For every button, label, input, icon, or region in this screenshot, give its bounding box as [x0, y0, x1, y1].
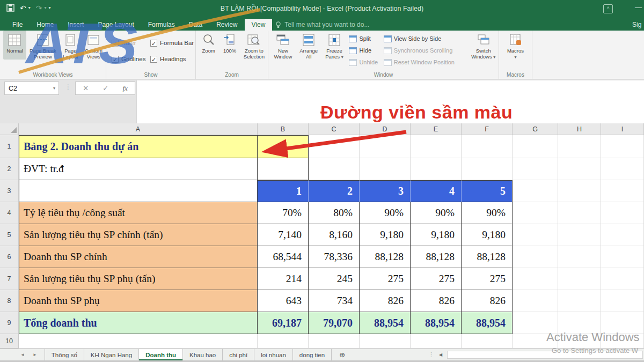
- cell-D2[interactable]: [360, 158, 411, 180]
- tell-me-box[interactable]: Tell me what you want to do...: [275, 19, 369, 31]
- cell-C6[interactable]: 78,336: [309, 246, 360, 268]
- row-header-9[interactable]: 9: [0, 312, 19, 334]
- cell-G8[interactable]: [513, 290, 558, 312]
- sheet-nav-left-icon[interactable]: ◄: [20, 352, 25, 357]
- cell-E8[interactable]: 826: [411, 290, 462, 312]
- enter-icon[interactable]: ✓: [103, 84, 108, 92]
- cell-G2[interactable]: [513, 158, 558, 180]
- cell-B9[interactable]: 69,187: [258, 312, 309, 334]
- zoom-to-selection-button[interactable]: Zoom to Selection: [240, 31, 268, 60]
- ribbon-tab-insert[interactable]: Insert: [61, 19, 91, 31]
- button-hide[interactable]: Hide: [349, 45, 379, 56]
- row-header-10[interactable]: 10: [0, 334, 19, 349]
- arrange-all-button[interactable]: Arrange All: [296, 31, 322, 68]
- cell-A5[interactable]: Sản lượng tiêu thụ SP chính (tấn): [19, 224, 258, 246]
- cell-E2[interactable]: [411, 158, 462, 180]
- cell-F7[interactable]: 275: [462, 268, 513, 290]
- column-header-e[interactable]: E: [411, 123, 462, 135]
- cell-H10[interactable]: [558, 334, 601, 349]
- cell-E10[interactable]: [411, 334, 462, 349]
- row-header-4[interactable]: 4: [0, 202, 19, 224]
- switch-windows-button[interactable]: Switch Windows ▾: [468, 31, 499, 68]
- cell-C10[interactable]: [309, 334, 360, 349]
- ribbon-tab-page-layout[interactable]: Page Layout: [91, 19, 141, 31]
- checkbox-gridlines[interactable]: ✓Gridlines: [112, 53, 150, 65]
- cell-H1[interactable]: [558, 135, 601, 158]
- scrollbar-track[interactable]: [447, 351, 643, 359]
- button-synchronous-scrolling[interactable]: Synchronous Scrolling: [384, 45, 467, 56]
- macros-button[interactable]: Macros▾: [502, 31, 530, 60]
- cell-D5[interactable]: 9,180: [360, 224, 411, 246]
- cell-C9[interactable]: 79,070: [309, 312, 360, 334]
- cell-E6[interactable]: 88,128: [411, 246, 462, 268]
- cell-F1[interactable]: [462, 135, 513, 158]
- cell-G7[interactable]: [513, 268, 558, 290]
- ribbon-tab-view[interactable]: View: [245, 19, 273, 31]
- cell-A1[interactable]: Bảng 2. Doanh thu dự án: [19, 135, 258, 158]
- cell-E4[interactable]: 90%: [411, 202, 462, 224]
- cell-E5[interactable]: 9,180: [411, 224, 462, 246]
- cell-I4[interactable]: [601, 202, 644, 224]
- cell-G6[interactable]: [513, 246, 558, 268]
- column-header-i[interactable]: I: [601, 123, 644, 135]
- cell-I1[interactable]: [601, 135, 644, 158]
- cell-C2[interactable]: [309, 158, 360, 180]
- cell-I9[interactable]: [601, 312, 644, 334]
- row-header-1[interactable]: 1: [0, 135, 19, 158]
- cell-B2[interactable]: [258, 158, 309, 180]
- cell-B1[interactable]: [258, 135, 309, 158]
- button-view-side-by-side[interactable]: View Side by Side: [384, 33, 467, 45]
- cell-B8[interactable]: 643: [258, 290, 309, 312]
- row-header-2[interactable]: 2: [0, 158, 19, 180]
- cell-E3[interactable]: 4: [411, 180, 462, 202]
- cell-I8[interactable]: [601, 290, 644, 312]
- sheet-tab-kh-ngan-hang[interactable]: KH Ngan Hang: [84, 349, 139, 360]
- cell-D4[interactable]: 90%: [360, 202, 411, 224]
- cell-E1[interactable]: [411, 135, 462, 158]
- cell-F9[interactable]: 88,954: [462, 312, 513, 334]
- normal-view-button[interactable]: Normal: [3, 31, 26, 60]
- custom-views-button[interactable]: Custom Views: [83, 31, 105, 60]
- sheet-tab-doanh-thu[interactable]: Doanh thu: [139, 349, 183, 360]
- ribbon-display-options-icon[interactable]: ^: [603, 4, 613, 13]
- cell-H5[interactable]: [558, 224, 601, 246]
- cell-G4[interactable]: [513, 202, 558, 224]
- cell-B6[interactable]: 68,544: [258, 246, 309, 268]
- cell-C1[interactable]: [309, 135, 360, 158]
- cell-C5[interactable]: 8,160: [309, 224, 360, 246]
- freeze-panes-button[interactable]: Freeze Panes ▾: [322, 31, 347, 68]
- cell-H7[interactable]: [558, 268, 601, 290]
- cell-F8[interactable]: 826: [462, 290, 513, 312]
- ribbon-tab-home[interactable]: Home: [30, 19, 61, 31]
- ribbon-tab-data[interactable]: Data: [182, 19, 209, 31]
- cell-F10[interactable]: [462, 334, 513, 349]
- new-sheet-icon[interactable]: ⊕: [339, 349, 345, 360]
- cell-A7[interactable]: Sản lượng tiêu thụ SP phụ (tấn): [19, 268, 258, 290]
- new-window-button[interactable]: New Window: [270, 31, 296, 68]
- zoom-100-button[interactable]: 100%: [219, 31, 240, 60]
- column-header-g[interactable]: G: [513, 123, 558, 135]
- cell-I2[interactable]: [601, 158, 644, 180]
- cell-G5[interactable]: [513, 224, 558, 246]
- column-header-b[interactable]: B: [258, 123, 309, 135]
- column-header-h[interactable]: H: [558, 123, 601, 135]
- sheet-tab-th-ng-s[interactable]: Thông số: [45, 349, 84, 360]
- row-header-3[interactable]: 3: [0, 180, 19, 202]
- ribbon-tab-file[interactable]: File: [5, 19, 30, 31]
- cell-E7[interactable]: 275: [411, 268, 462, 290]
- cell-D3[interactable]: 3: [360, 180, 411, 202]
- scrollbar-drag-handle[interactable]: ⋮: [428, 351, 434, 358]
- button-reset-window-position[interactable]: Reset Window Position: [384, 56, 467, 68]
- column-header-f[interactable]: F: [462, 123, 513, 135]
- cell-H3[interactable]: [558, 180, 601, 202]
- cell-A6[interactable]: Doanh thu SP chính: [19, 246, 258, 268]
- cell-B10[interactable]: [258, 334, 309, 349]
- cell-A9[interactable]: Tổng doanh thu: [19, 312, 258, 334]
- row-header-7[interactable]: 7: [0, 268, 19, 290]
- row-header-6[interactable]: 6: [0, 246, 19, 268]
- cell-D7[interactable]: 275: [360, 268, 411, 290]
- cell-I10[interactable]: [601, 334, 644, 349]
- cell-C4[interactable]: 80%: [309, 202, 360, 224]
- cell-G10[interactable]: [513, 334, 558, 349]
- cell-A4[interactable]: Tỷ lệ tiêu thụ /công suất: [19, 202, 258, 224]
